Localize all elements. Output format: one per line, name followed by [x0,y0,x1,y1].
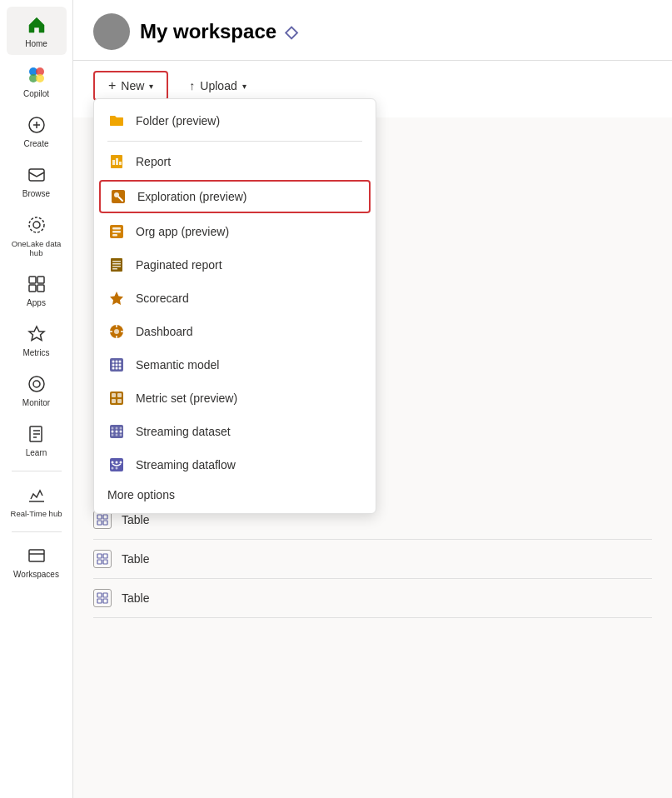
menu-item-folder[interactable]: Folder (preview) [94,104,376,137]
copilot-icon [25,63,48,87]
sidebar-item-metrics[interactable]: Metrics [7,316,67,364]
menu-item-semantic[interactable]: Semantic model [94,348,376,382]
svg-point-3 [36,74,44,82]
sidebar-item-home[interactable]: Home [7,7,67,55]
svg-rect-21 [29,550,44,561]
dropdown-menu: Folder (preview) Report [93,98,376,514]
streaming-dataflow-icon [107,456,126,474]
menu-item-metricset-label: Metric set (preview) [136,392,237,405]
svg-point-74 [112,467,114,470]
svg-rect-70 [110,458,123,471]
svg-rect-32 [112,231,121,233]
dropdown-overlay: Folder (preview) Report [93,98,376,514]
sidebar-item-learn-label: Learn [26,448,47,457]
sidebar-item-learn[interactable]: Learn [7,416,67,464]
svg-point-15 [33,381,40,387]
menu-item-streaming-dataflow[interactable]: Streaming dataflow [94,448,376,481]
workspace-title: My workspace ◇ [140,20,297,43]
sidebar-item-apps-label: Apps [27,298,46,307]
svg-rect-35 [112,261,121,262]
content-row-2-label: Table [122,552,149,566]
svg-rect-24 [112,160,115,165]
menu-item-streaming-dataset[interactable]: Streaming dataset [94,415,376,448]
svg-rect-81 [103,554,107,558]
main-content: My workspace ◇ + New ▾ ↑ Upload ▾ [73,0,672,798]
content-row-2: Table [93,540,652,579]
menu-item-metricset[interactable]: Metric set (preview) [94,382,376,415]
dashboard-icon [107,322,126,341]
content-row-3-label: Table [122,591,149,605]
sidebar-item-monitor[interactable]: Monitor [7,366,67,414]
sidebar-item-apps[interactable]: Apps [7,266,67,314]
sidebar-item-realtime[interactable]: Real-Time hub [7,476,67,525]
svg-point-69 [120,434,122,436]
svg-point-49 [112,364,115,367]
metricset-icon [107,389,126,407]
svg-point-40 [114,329,119,334]
home-icon [25,13,48,37]
folder-icon [107,112,126,130]
svg-rect-13 [37,285,44,292]
svg-rect-80 [97,554,102,558]
menu-item-exploration-label: Exploration (preview) [137,190,247,203]
svg-rect-38 [112,268,117,270]
workspace-title-text: My workspace [140,20,276,43]
svg-point-64 [112,427,114,430]
menu-item-paginated[interactable]: Paginated report [94,248,376,282]
upload-button-label: Upload [200,79,236,92]
onelake-icon [25,213,48,237]
svg-rect-83 [103,560,107,564]
svg-rect-77 [103,515,107,519]
svg-point-65 [116,427,118,430]
svg-rect-86 [97,599,102,603]
svg-point-61 [112,431,114,433]
sidebar-item-monitor-label: Monitor [22,398,50,407]
workspaces-icon [25,544,48,567]
menu-item-dashboard-label: Dashboard [136,325,193,338]
sidebar: Home Copilot Create [0,0,73,798]
sidebar-item-workspaces[interactable]: Workspaces [7,537,67,586]
upload-button[interactable]: ↑ Upload ▾ [175,72,260,99]
exploration-icon [109,187,127,206]
more-options[interactable]: More options [94,481,376,508]
svg-rect-78 [97,521,102,525]
svg-point-51 [119,364,122,367]
learn-icon [25,422,48,446]
sidebar-item-create[interactable]: Create [7,107,67,155]
svg-point-53 [116,367,118,370]
table-icon-2 [93,550,112,568]
svg-point-14 [29,377,44,392]
menu-item-report[interactable]: Report [94,145,376,178]
content-row-1-label: Table [122,513,149,526]
sidebar-item-copilot[interactable]: Copilot [7,57,67,105]
svg-rect-11 [37,277,44,283]
svg-rect-25 [116,158,118,165]
orgapp-icon [107,222,126,241]
new-button[interactable]: + New ▾ [93,71,168,101]
diamond-icon: ◇ [285,22,297,42]
svg-point-46 [112,361,115,363]
semantic-icon [107,356,126,374]
svg-rect-36 [112,263,121,265]
menu-item-report-label: Report [136,155,171,168]
menu-item-folder-label: Folder (preview) [136,114,220,127]
menu-item-orgapp[interactable]: Org app (preview) [94,215,376,248]
sidebar-item-home-label: Home [25,39,47,48]
svg-rect-58 [112,399,116,403]
svg-point-68 [116,434,118,436]
sidebar-divider [12,471,62,471]
svg-rect-79 [103,521,107,525]
svg-rect-7 [29,169,44,181]
menu-item-scorecard[interactable]: Scorecard [94,282,376,315]
sidebar-item-realtime-label: Real-Time hub [11,509,62,518]
table-icon-3 [93,589,112,607]
header: My workspace ◇ [73,0,672,61]
sidebar-item-workspaces-label: Workspaces [13,570,59,579]
menu-item-exploration[interactable]: Exploration (preview) [99,180,371,213]
svg-point-72 [116,461,118,464]
sidebar-item-copilot-label: Copilot [23,89,49,98]
svg-point-62 [116,431,118,433]
sidebar-item-onelake[interactable]: OneLake data hub [7,207,67,264]
menu-item-dashboard[interactable]: Dashboard [94,315,376,348]
sidebar-item-browse[interactable]: Browse [7,157,67,205]
